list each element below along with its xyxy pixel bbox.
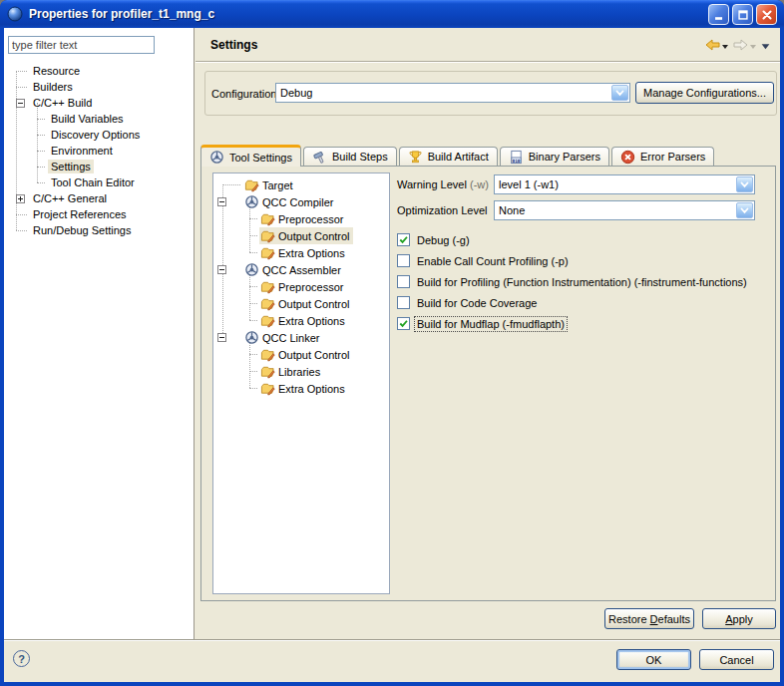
- ok-button[interactable]: OK: [616, 649, 691, 670]
- apply-button[interactable]: Apply: [702, 608, 776, 629]
- tool-tree-item-qcc-compiler[interactable]: QCC Compiler: [213, 193, 389, 210]
- sidebar-item-label: Discovery Options: [48, 128, 143, 142]
- tool-tree-item-preprocessor[interactable]: Preprocessor: [213, 278, 389, 295]
- select-value: None: [495, 201, 754, 216]
- button-label: A: [725, 613, 732, 625]
- sidebar-item-run-debug-settings[interactable]: Run/Debug Settings: [4, 222, 193, 238]
- tree-node: Output Control: [259, 346, 353, 363]
- checkbox-row-build-for-profiling-function-instrumentation-finstrument-functions[interactable]: Build for Profiling (Function Instrument…: [397, 271, 768, 292]
- sidebar-item-environment[interactable]: Environment: [4, 143, 193, 159]
- tab-error-parsers[interactable]: Error Parsers: [611, 147, 714, 166]
- back-button[interactable]: [703, 36, 729, 56]
- checkbox[interactable]: [397, 317, 410, 330]
- minus-expander[interactable]: [16, 99, 25, 108]
- sidebar-item-c-c-build[interactable]: C/C++ Build: [4, 95, 193, 111]
- tool-tree-item-libraries[interactable]: Libraries: [213, 363, 389, 380]
- button-label: pply: [733, 613, 753, 625]
- window-title: Properties for profiler_t1_mng_c: [29, 7, 214, 21]
- view-menu-icon: [760, 38, 771, 54]
- tab-build-artifact[interactable]: Build Artifact: [399, 147, 498, 166]
- tab-build-steps[interactable]: Build Steps: [303, 147, 397, 166]
- select-optimization-level[interactable]: None: [494, 200, 755, 220]
- tool-settings-tree-panel: TargetQCC CompilerPreprocessorOutput Con…: [212, 172, 390, 594]
- minus-expander[interactable]: [217, 265, 226, 274]
- sidebar-item-resource[interactable]: Resource: [4, 63, 193, 79]
- tool-tree-item-preprocessor[interactable]: Preprocessor: [213, 210, 389, 227]
- tree-node-label: QCC Compiler: [262, 196, 334, 208]
- minimize-button[interactable]: [708, 4, 729, 25]
- binary-icon: 010: [509, 150, 524, 165]
- option-row-warning-level: Warning Level (-w)level 1 (-w1): [397, 174, 768, 194]
- forward-button[interactable]: [731, 36, 757, 56]
- plus-expander[interactable]: [16, 194, 25, 203]
- chevron-down-icon[interactable]: [736, 202, 753, 218]
- tool-tree-item-qcc-assembler[interactable]: QCC Assembler: [213, 261, 389, 278]
- tab-label: Binary Parsers: [529, 151, 600, 163]
- checkbox-row-build-for-mudflap-fmudflapth[interactable]: Build for Mudflap (-fmudflapth): [397, 313, 768, 334]
- tab-label: Build Artifact: [428, 151, 489, 163]
- tool-tree-item-extra-options[interactable]: Extra Options: [213, 380, 389, 397]
- tree-node-label: Preprocessor: [278, 281, 343, 293]
- folder-pencil-icon: [260, 381, 275, 396]
- tool-icon: [209, 150, 224, 165]
- tool-tree-item-output-control[interactable]: Output Control: [213, 295, 389, 312]
- sidebar-item-label: Build Variables: [48, 112, 127, 126]
- titlebar: Properties for profiler_t1_mng_c: [0, 0, 784, 28]
- tool-icon: [244, 194, 259, 209]
- view-menu-button[interactable]: [759, 37, 772, 55]
- chevron-down-icon[interactable]: [736, 176, 753, 192]
- checkbox[interactable]: [397, 254, 410, 267]
- chevron-down-icon[interactable]: [611, 85, 628, 101]
- window-controls: [708, 4, 777, 25]
- tree-node-label: Output Control: [278, 230, 350, 242]
- tree-node: Output Control: [259, 295, 353, 312]
- sidebar-item-project-references[interactable]: Project References: [4, 206, 193, 222]
- minus-expander[interactable]: [217, 197, 226, 206]
- restore-defaults-button[interactable]: Restore Defaults: [604, 608, 694, 629]
- configuration-combo[interactable]: Debug: [275, 83, 630, 103]
- cancel-button[interactable]: Cancel: [699, 649, 774, 670]
- tool-tree-item-output-control[interactable]: Output Control: [213, 346, 389, 363]
- sidebar-item-discovery-options[interactable]: Discovery Options: [4, 127, 193, 143]
- tool-tree-item-output-control[interactable]: Output Control: [213, 227, 389, 244]
- hammer-icon: [312, 150, 327, 165]
- folder-pencil-icon: [260, 279, 275, 294]
- select-warning-level[interactable]: level 1 (-w1): [494, 174, 755, 194]
- checkbox-row-build-for-code-coverage[interactable]: Build for Code Coverage: [397, 292, 768, 313]
- checkbox[interactable]: [397, 233, 410, 246]
- checkbox-label: Debug (-g): [415, 233, 472, 247]
- checkbox-label: Enable Call Count Profiling (-p): [415, 254, 571, 268]
- chevron-down-icon: [722, 45, 728, 49]
- sidebar-item-builders[interactable]: Builders: [4, 79, 193, 95]
- maximize-button[interactable]: [732, 4, 753, 25]
- sidebar-item-build-variables[interactable]: Build Variables: [4, 111, 193, 127]
- checkbox[interactable]: [397, 275, 410, 288]
- tab-label: Error Parsers: [640, 151, 705, 163]
- tool-tree-item-qcc-linker[interactable]: QCC Linker: [213, 329, 389, 346]
- help-icon[interactable]: ?: [13, 650, 30, 667]
- filter-input[interactable]: [8, 36, 155, 54]
- manage-configurations-button[interactable]: Manage Configurations...: [635, 82, 774, 104]
- checkbox-label: Build for Code Coverage: [415, 296, 539, 310]
- sidebar-item-label: Resource: [30, 64, 83, 78]
- svg-text:010: 010: [512, 158, 520, 163]
- sidebar-item-label: Project References: [30, 207, 130, 221]
- tab-tool-settings[interactable]: Tool Settings: [200, 145, 301, 167]
- tab-label: Build Steps: [332, 151, 388, 163]
- sidebar-item-tool-chain-editor[interactable]: Tool Chain Editor: [4, 174, 193, 190]
- tool-tree-item-extra-options[interactable]: Extra Options: [213, 312, 389, 329]
- sidebar-item-label: C/C++ Build: [30, 96, 95, 110]
- close-button[interactable]: [756, 4, 777, 25]
- minus-expander[interactable]: [217, 333, 226, 342]
- sidebar-item-c-c-general[interactable]: C/C++ General: [4, 190, 193, 206]
- compiler-options-panel: Warning Level (-w)level 1 (-w1)Optimizat…: [397, 174, 768, 334]
- header-separator: [196, 61, 780, 62]
- checkbox[interactable]: [397, 296, 410, 309]
- tab-binary-parsers[interactable]: 010Binary Parsers: [500, 147, 609, 166]
- checkbox-row-enable-call-count-profiling-p[interactable]: Enable Call Count Profiling (-p): [397, 250, 768, 271]
- tool-tree-item-target[interactable]: Target: [213, 176, 389, 193]
- tool-tree-item-extra-options[interactable]: Extra Options: [213, 244, 389, 261]
- checkbox-row-debug-g[interactable]: Debug (-g): [397, 229, 768, 250]
- tool-settings-tree: TargetQCC CompilerPreprocessorOutput Con…: [213, 176, 389, 397]
- sidebar-item-settings[interactable]: Settings: [4, 159, 193, 174]
